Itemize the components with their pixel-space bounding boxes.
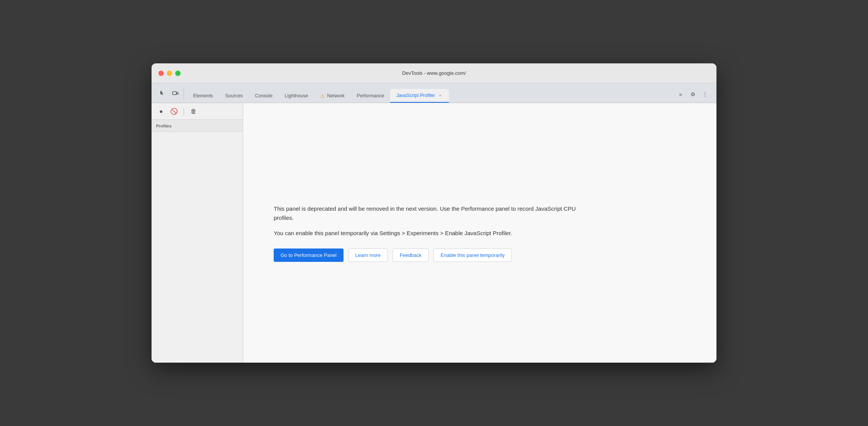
devtools-window: DevTools - www.google.com/ xyxy=(152,63,716,363)
main-area: ● 🚫 🗑 Profiles This panel is deprecated … xyxy=(152,103,716,363)
devtools-toolbar-icons xyxy=(155,87,184,100)
action-buttons: Go to Performance Panel Learn more Feedb… xyxy=(274,248,579,262)
stop-button[interactable]: 🚫 xyxy=(169,106,179,116)
window-title: DevTools - www.google.com/ xyxy=(402,70,466,76)
maximize-button[interactable] xyxy=(175,71,181,76)
sidebar-toolbar: ● 🚫 🗑 xyxy=(152,103,243,120)
svg-rect-3 xyxy=(162,91,162,91)
tabs-list: Elements Sources Console Lighthouse ⚠ Ne… xyxy=(187,89,672,103)
tab-bar-right: » ⚙ ⋮ xyxy=(672,89,713,100)
record-button[interactable]: ● xyxy=(156,106,166,116)
settings-button[interactable]: ⚙ xyxy=(687,89,698,100)
svg-rect-2 xyxy=(161,91,161,91)
deprecation-panel: This panel is deprecated and will be rem… xyxy=(274,204,579,262)
tab-console[interactable]: Console xyxy=(249,89,279,103)
learn-more-button[interactable]: Learn more xyxy=(348,248,388,262)
close-button[interactable] xyxy=(158,71,164,76)
content-area: This panel is deprecated and will be rem… xyxy=(243,103,716,363)
deprecation-para2: You can enable this panel temporarily vi… xyxy=(274,229,579,238)
toolbar-divider xyxy=(184,108,184,115)
tab-performance[interactable]: Performance xyxy=(351,89,390,103)
minimize-button[interactable] xyxy=(167,71,172,76)
device-toolbar-icon[interactable] xyxy=(170,88,181,99)
network-warning-icon: ⚠ xyxy=(320,93,325,99)
tab-close-icon[interactable]: × xyxy=(437,93,443,98)
delete-profile-button[interactable]: 🗑 xyxy=(189,106,198,116)
svg-rect-7 xyxy=(177,92,178,94)
profiles-section-title: Profiles xyxy=(152,120,243,132)
tab-lighthouse[interactable]: Lighthouse xyxy=(279,89,314,103)
feedback-button[interactable]: Feedback xyxy=(392,248,429,262)
go-to-performance-button[interactable]: Go to Performance Panel xyxy=(274,248,344,262)
svg-rect-6 xyxy=(173,92,176,95)
title-bar: DevTools - www.google.com/ xyxy=(152,63,716,83)
tab-elements[interactable]: Elements xyxy=(187,89,219,103)
cursor-icon[interactable] xyxy=(158,88,168,99)
traffic-lights xyxy=(158,71,181,76)
deprecation-para1: This panel is deprecated and will be rem… xyxy=(274,204,579,223)
more-tabs-button[interactable]: » xyxy=(675,89,686,100)
enable-temporarily-button[interactable]: Enable this panel temporarily xyxy=(433,248,512,262)
deprecation-message: This panel is deprecated and will be rem… xyxy=(274,204,579,238)
tab-sources[interactable]: Sources xyxy=(219,89,249,103)
sidebar: ● 🚫 🗑 Profiles xyxy=(152,103,243,363)
tab-js-profiler[interactable]: JavaScript Profiler × xyxy=(390,89,449,103)
more-options-button[interactable]: ⋮ xyxy=(700,89,710,100)
tab-network[interactable]: ⚠ Network xyxy=(314,89,351,103)
tab-bar: Elements Sources Console Lighthouse ⚠ Ne… xyxy=(152,83,716,103)
